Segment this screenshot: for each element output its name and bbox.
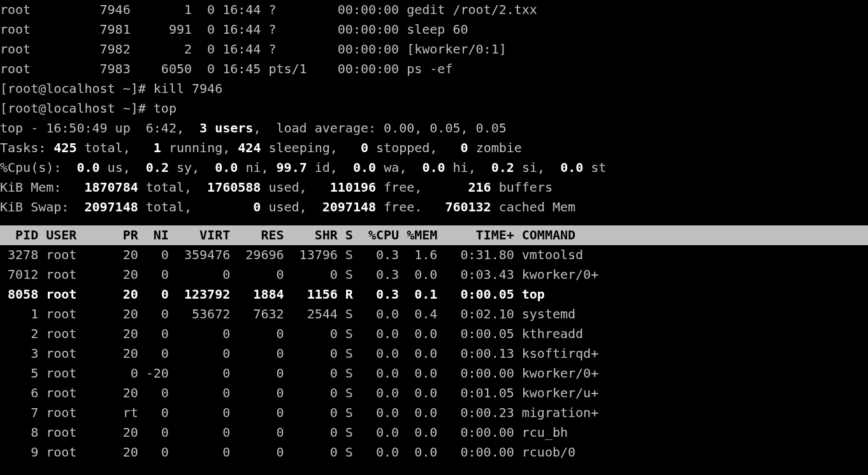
top-process-row: 3 root 20 0 0 0 0 S 0.0 0.0 0:00.13 ksof… xyxy=(0,344,868,364)
ps-row: root 7983 6050 0 16:45 pts/1 00:00:00 ps… xyxy=(0,59,868,79)
top-process-row: 3278 root 20 0 359476 29696 13796 S 0.3 … xyxy=(0,245,868,265)
shell-prompt: [root@localhost ~]# kill 7946 xyxy=(0,79,868,99)
top-process-row: 5 root 0 -20 0 0 0 S 0.0 0.0 0:00.00 kwo… xyxy=(0,364,868,383)
top-process-row: 1 root 20 0 53672 7632 2544 S 0.0 0.4 0:… xyxy=(0,304,868,324)
ps-row: root 7946 1 0 16:44 ? 00:00:00 gedit /ro… xyxy=(0,0,868,20)
top-header-row: PID USER PR NI VIRT RES SHR S %CPU %MEM … xyxy=(0,225,868,245)
top-line-swap: KiB Swap: 2097148 total, 0 used, 2097148… xyxy=(0,197,868,217)
shell-prompt: [root@localhost ~]# top xyxy=(0,99,868,118)
top-line-tasks: Tasks: 425 total, 1 running, 424 sleepin… xyxy=(0,138,868,158)
top-process-row: 7 root rt 0 0 0 0 S 0.0 0.0 0:00.23 migr… xyxy=(0,403,868,423)
terminal[interactable]: root 7946 1 0 16:44 ? 00:00:00 gedit /ro… xyxy=(0,0,868,462)
top-process-row: 2 root 20 0 0 0 0 S 0.0 0.0 0:00.05 kthr… xyxy=(0,324,868,344)
top-process-row: 8058 root 20 0 123792 1884 1156 R 0.3 0.… xyxy=(0,285,868,304)
top-process-row: 7012 root 20 0 0 0 0 S 0.3 0.0 0:03.43 k… xyxy=(0,265,868,285)
top-process-row: 8 root 20 0 0 0 0 S 0.0 0.0 0:00.00 rcu_… xyxy=(0,423,868,443)
top-process-row: 6 root 20 0 0 0 0 S 0.0 0.0 0:01.05 kwor… xyxy=(0,383,868,403)
top-line-mem: KiB Mem: 1870784 total, 1760588 used, 11… xyxy=(0,178,868,197)
ps-row: root 7981 991 0 16:44 ? 00:00:00 sleep 6… xyxy=(0,20,868,39)
ps-row: root 7982 2 0 16:44 ? 00:00:00 [kworker/… xyxy=(0,39,868,59)
top-line-cpu: %Cpu(s): 0.0 us, 0.2 sy, 0.0 ni, 99.7 id… xyxy=(0,158,868,178)
top-line-uptime: top - 16:50:49 up 6:42, 3 users, load av… xyxy=(0,118,868,138)
top-process-row: 9 root 20 0 0 0 0 S 0.0 0.0 0:00.00 rcuo… xyxy=(0,443,868,462)
